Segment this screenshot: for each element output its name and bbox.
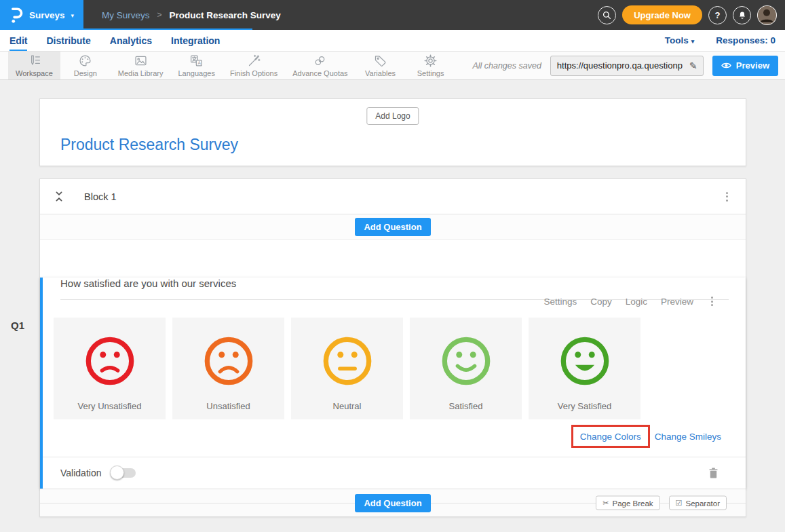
validation-row: Validation <box>43 457 746 489</box>
save-status: All changes saved <box>472 61 541 71</box>
user-avatar[interactable] <box>757 5 777 25</box>
section-tabs: Edit Distribute Analytics Integration To… <box>0 30 785 52</box>
smiley-option-neutral[interactable]: Neutral <box>291 318 403 419</box>
question-actions: Settings Copy Logic Preview <box>543 294 717 309</box>
smiley-scale: Very Unsatisfied Unsatisfied Neutral Sat… <box>54 318 746 419</box>
question-preview-link[interactable]: Preview <box>661 297 693 307</box>
annotation-highlight-box: Change Colors <box>571 425 650 448</box>
smiley-option-satisfied[interactable]: Satisfied <box>410 318 522 419</box>
question-settings-link[interactable]: Settings <box>543 297 577 307</box>
very-unsatisfied-smiley-icon <box>83 335 136 387</box>
upgrade-now-button[interactable]: Upgrade Now <box>622 5 702 24</box>
tool-settings[interactable]: Settings <box>406 52 456 79</box>
palette-icon <box>78 54 92 68</box>
tools-menu[interactable]: Tools▾ <box>665 35 695 45</box>
block-title[interactable]: Block 1 <box>84 191 117 202</box>
edit-url-pencil-icon[interactable]: ✎ <box>684 56 703 75</box>
page-break-button[interactable]: ✂ Page Break <box>596 496 659 510</box>
add-question-row-top: Add Question <box>40 214 746 240</box>
neutral-smiley-icon <box>321 335 374 387</box>
chevron-down-icon: ▾ <box>691 38 695 45</box>
checkbox-icon: ☑ <box>676 499 683 508</box>
smiley-option-very-satisfied[interactable]: Very Satisfied <box>529 318 640 419</box>
tool-workspace[interactable]: Workspace <box>8 52 60 79</box>
question-card: Q1 Settings Copy Logic Preview How satis… <box>40 278 746 489</box>
tool-media-library[interactable]: Media Library <box>111 52 171 79</box>
svg-text:A: A <box>198 60 202 66</box>
preview-button[interactable]: Preview <box>712 56 778 76</box>
survey-url-box: ✎ <box>550 56 704 76</box>
unsatisfied-smiley-icon <box>202 335 255 387</box>
change-smileys-link[interactable]: Change Smileys <box>655 432 721 442</box>
tab-distribute[interactable]: Distribute <box>46 30 90 51</box>
breadcrumb-current-survey: Product Research Survey <box>170 10 281 20</box>
tab-edit[interactable]: Edit <box>9 30 27 51</box>
block-menu-kebab-icon[interactable] <box>722 189 732 204</box>
question-id-label: Q1 <box>11 320 24 331</box>
change-colors-link[interactable]: Change Colors <box>580 432 641 442</box>
search-icon <box>602 10 612 20</box>
question-logic-link[interactable]: Logic <box>626 297 647 307</box>
satisfied-smiley-icon <box>440 335 493 387</box>
workspace-icon <box>27 54 41 68</box>
breadcrumb: My Surveys > Product Research Survey <box>102 10 281 20</box>
editor-toolbar: Workspace Design Media Library A Languag… <box>0 52 785 80</box>
block-header: Block 1 <box>40 179 746 214</box>
bell-icon <box>738 10 747 20</box>
delete-question-trash-icon[interactable] <box>708 467 719 479</box>
search-button[interactable] <box>598 6 616 24</box>
tab-integration[interactable]: Integration <box>171 30 220 51</box>
very-satisfied-smiley-icon <box>558 335 611 387</box>
help-button[interactable]: ? <box>708 6 727 24</box>
chain-links-icon <box>313 54 327 68</box>
tool-variables[interactable]: Variables <box>356 52 406 79</box>
survey-url-input[interactable] <box>551 60 684 71</box>
tool-design[interactable]: Design <box>60 52 111 79</box>
responses-count[interactable]: Responses: 0 <box>716 35 776 45</box>
block-card: Block 1 Add Question Q1 Settings Copy Lo… <box>39 178 746 517</box>
image-icon <box>134 54 148 68</box>
gear-icon <box>423 54 438 68</box>
translate-icon: A <box>189 54 204 68</box>
validation-toggle[interactable] <box>111 468 136 478</box>
question-menu-kebab-icon[interactable] <box>707 294 717 309</box>
smiley-option-very-unsatisfied[interactable]: Very Unsatisfied <box>54 318 166 419</box>
tool-finish-options[interactable]: Finish Options <box>223 52 285 79</box>
survey-header-card: Add Logo Product Research Survey <box>39 98 746 166</box>
progress-bar <box>0 28 252 30</box>
breadcrumb-separator: > <box>157 10 162 20</box>
surveys-menu-label: Surveys <box>29 10 65 20</box>
survey-editor-canvas: Add Logo Product Research Survey Block 1… <box>0 80 785 517</box>
smiley-option-unsatisfied[interactable]: Unsatisfied <box>172 318 284 419</box>
tool-languages[interactable]: A Languages <box>170 52 222 79</box>
add-question-button-bottom[interactable]: Add Question <box>355 494 430 512</box>
tag-icon <box>373 54 387 68</box>
questionpro-logo-icon <box>10 7 23 24</box>
chevron-down-icon: ▾ <box>71 12 75 19</box>
eye-icon <box>721 62 731 69</box>
tool-advance-quotas[interactable]: Advance Quotas <box>285 52 355 79</box>
question-copy-link[interactable]: Copy <box>590 297 612 307</box>
validation-label: Validation <box>60 468 101 478</box>
add-question-button-top[interactable]: Add Question <box>355 218 430 236</box>
surveys-menu[interactable]: Surveys ▾ <box>0 0 83 30</box>
collapse-block-icon[interactable] <box>54 191 64 202</box>
smiley-customize-row: Change Colors Change Smileys <box>43 425 721 448</box>
breadcrumb-my-surveys[interactable]: My Surveys <box>102 10 150 20</box>
scissors-icon: ✂ <box>602 499 609 508</box>
add-logo-button[interactable]: Add Logo <box>366 107 419 125</box>
notifications-button[interactable] <box>733 6 751 24</box>
block-footer: Add Question ✂ Page Break ☑ Separator <box>40 489 746 516</box>
survey-title[interactable]: Product Research Survey <box>60 136 238 154</box>
tab-analytics[interactable]: Analytics <box>110 30 152 51</box>
magic-wand-icon <box>247 54 261 68</box>
top-bar: Surveys ▾ My Surveys > Product Research … <box>0 0 785 30</box>
separator-button[interactable]: ☑ Separator <box>669 496 727 510</box>
